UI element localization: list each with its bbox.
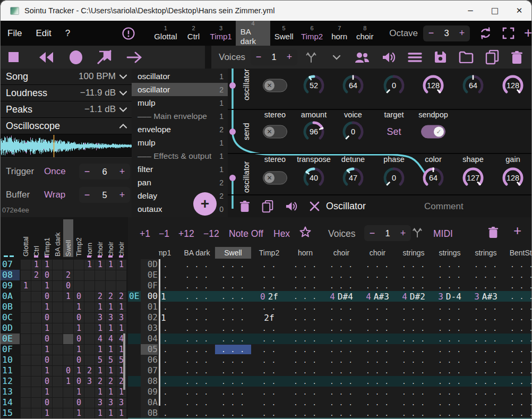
note-cell[interactable]: . . . [402,344,425,355]
track-tab-ba-dark[interactable]: 4BA dark [236,21,271,46]
voices-stepper-increment[interactable]: + [281,52,297,63]
stereo-toggle[interactable]: ✕ [263,172,287,185]
note-cell[interactable]: . . . [402,355,425,365]
note-cell[interactable]: . . . [185,408,209,418]
order-cell[interactable]: 1 [106,387,116,397]
note-cell[interactable]: . . . [510,302,532,312]
order-cell[interactable] [84,281,95,291]
note-cell[interactable]: . . . [474,312,497,323]
note-cell[interactable]: . . . [510,312,532,323]
order-cell[interactable] [53,323,63,334]
note-cell[interactable]: . . . [330,302,353,312]
order-row-label[interactable]: 13 [1,387,20,397]
follow-disabled-icon[interactable] [97,50,113,65]
note-cell[interactable]: . . . [294,291,317,302]
order-row-label[interactable]: 0A [1,291,20,302]
order-cell[interactable] [53,366,63,376]
order-cell[interactable]: 0 [42,334,52,344]
order-cell[interactable] [95,281,105,291]
order-cell[interactable]: 0 [42,292,52,302]
note-cell[interactable]: . . . [438,302,461,312]
order-cell[interactable]: 2 [84,366,95,376]
note-cell[interactable]: . . . [294,387,317,397]
unit-list-item[interactable]: mulp1 [132,136,228,149]
order-cell[interactable]: 2 [106,377,116,387]
order-cell[interactable] [63,355,73,365]
note-cell[interactable]: . . . [294,397,317,408]
note-cell[interactable]: . . . [474,387,497,397]
note-cell[interactable]: . . [262,387,276,397]
unit-list-item[interactable]: oscillator2 [132,83,228,96]
note-row-label[interactable]: 06 [141,355,158,365]
note-cell[interactable]: . . . [221,312,245,323]
param-knob[interactable]: 64 [460,73,486,98]
order-cell[interactable] [84,387,95,397]
note-cell[interactable]: . . . [438,259,461,270]
add-track-icon[interactable]: + [524,21,532,46]
order-cell[interactable]: 4 [106,334,116,344]
order-cell[interactable] [84,302,95,312]
order-cell[interactable] [31,292,41,302]
pattern-column-header[interactable]: Ctrl [32,221,40,256]
order-cell[interactable]: 5 [95,355,105,365]
note-cell[interactable]: 02f [260,291,278,302]
note-track-header[interactable]: strings [475,247,496,258]
order-cell[interactable]: 1 [42,408,52,418]
order-cell[interactable] [31,334,41,344]
note-cell[interactable]: . . . [330,376,353,387]
note-cell[interactable]: . . . [474,280,497,291]
pattern-column-header[interactable]: Timp1 [43,221,51,256]
order-row-label[interactable]: 11 [1,365,20,376]
note-cell[interactable]: . . . [185,355,209,365]
note-cell[interactable]: . . . [510,376,532,387]
note-cell[interactable]: . . . [402,270,425,280]
note-cell[interactable]: . . . [474,259,497,270]
unit-comment-input[interactable]: Comment [424,201,464,212]
order-cell[interactable]: 1 [95,408,105,418]
note-cell[interactable]: . . . [185,291,209,302]
note-cell[interactable]: . . [262,270,276,280]
pattern-column-header[interactable]: Timp2 [75,221,83,256]
order-cell[interactable]: 1 [106,302,116,312]
order-cell[interactable] [21,292,31,302]
menu-lines-icon[interactable] [408,52,422,63]
order-cell[interactable]: 0 [42,377,52,387]
note-cell[interactable]: . . . [294,280,317,291]
voices-split-icon[interactable] [305,51,318,64]
note-cell[interactable]: . . . [402,365,425,376]
order-cell[interactable] [63,408,73,418]
order-cell[interactable] [106,281,116,291]
unit-list-item[interactable]: filter1 [132,163,228,176]
save-icon[interactable] [434,50,447,64]
note-cell[interactable]: . . . [510,355,532,365]
note-track-header[interactable]: strings [439,247,460,258]
order-cell[interactable]: 3 [95,313,105,323]
note-cell[interactable]: . . . [221,355,245,365]
order-cell[interactable]: 1 [42,281,52,291]
note-cell[interactable]: . . . [185,387,209,397]
param-knob[interactable]: 52 [301,73,327,98]
note-cell[interactable]: . . . [438,323,461,334]
order-cell[interactable] [21,408,31,418]
track-tab-glottal[interactable]: 1Glottal [150,21,181,46]
octave-stepper-decrement[interactable]: − [423,28,439,39]
note-cell[interactable]: . . [159,408,168,418]
trigger-mode[interactable]: Once [44,166,74,177]
sync-icon[interactable] [478,21,493,46]
order-row-label[interactable]: 0D [1,323,20,334]
note-cell[interactable]: 4D#2 [402,291,425,302]
close-button[interactable]: ✕ [507,1,531,21]
order-cell[interactable]: 1 [74,323,84,334]
order-cell[interactable] [53,313,63,323]
note-cell[interactable]: . . . [366,323,389,334]
note-cell[interactable]: . . [262,259,276,270]
note-cell[interactable]: . . . [366,365,389,376]
pattern-column-header[interactable]: Swell [64,221,72,256]
note-cell[interactable]: . . . [221,344,245,355]
order-cell[interactable] [84,334,95,344]
order-cell[interactable]: 1 [42,302,52,312]
note-cell[interactable]: . . . [185,312,209,323]
note-track-header[interactable]: Timp1 [159,247,171,258]
order-cell[interactable] [84,345,95,355]
note-cell[interactable]: . . . [221,270,245,280]
